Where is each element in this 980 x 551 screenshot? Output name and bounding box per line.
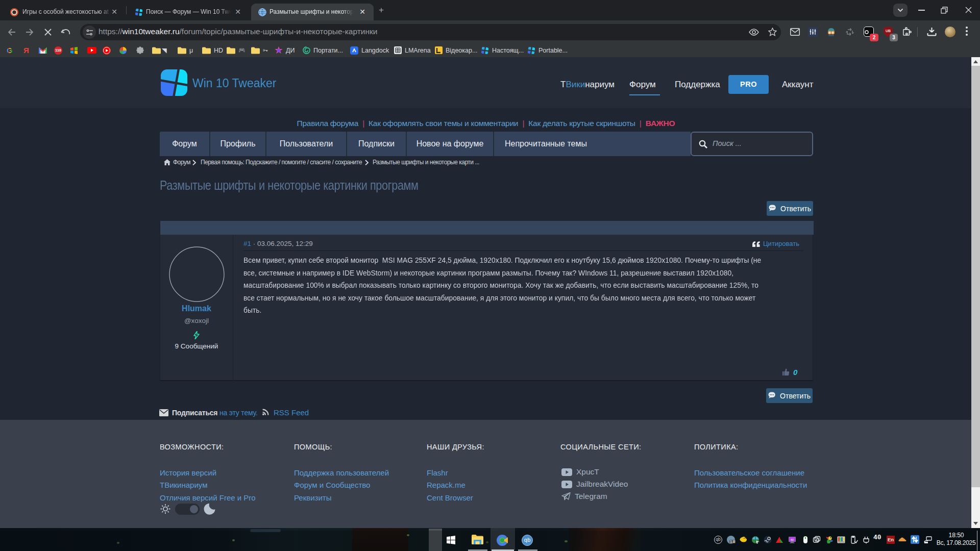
svg-text:60: 60	[791, 538, 794, 541]
svg-text:UB: UB	[886, 29, 891, 33]
